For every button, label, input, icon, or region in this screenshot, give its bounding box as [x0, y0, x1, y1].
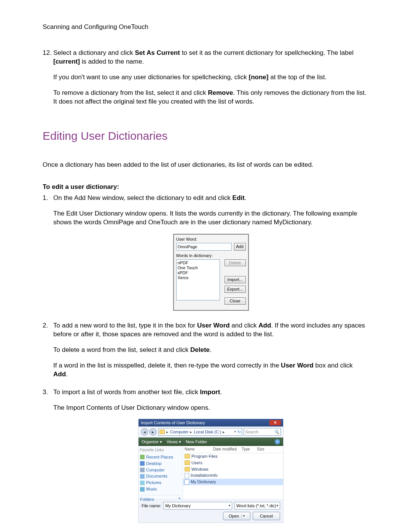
step12-p1: Select a dictionary and click Set As Cur… [53, 49, 368, 66]
section-intro: Once a dictionary has been added to the … [43, 161, 368, 169]
column-header[interactable]: Type [242, 447, 257, 452]
sidebar-item-pictures[interactable]: Pictures [140, 480, 181, 486]
chevron-down-icon[interactable]: ▾ [229, 504, 230, 508]
search-icon: 🔍 [274, 429, 279, 435]
column-header[interactable]: Size [257, 447, 270, 452]
folder-icon [185, 454, 190, 459]
desktop-icon [140, 461, 145, 466]
step1-p1: On the Add New window, select the dictio… [53, 194, 368, 203]
import-button[interactable]: Import... [225, 276, 246, 283]
close-icon[interactable]: ✕ [269, 420, 281, 425]
column-header[interactable]: Date modified [213, 447, 242, 452]
sidebar-item-desktop[interactable]: Desktop [140, 461, 181, 466]
word-item[interactable]: nPDF [178, 260, 218, 265]
favorite-links-header: Favorite Links [140, 447, 181, 453]
dialog-titlebar: Import Contents of User Dictionary ✕ [139, 419, 283, 427]
documents-icon [140, 474, 145, 479]
refresh-icon[interactable]: ↻ [237, 429, 241, 435]
to-edit-heading: To edit a user dictionary: [43, 183, 368, 192]
step-number-3: 3. [43, 388, 53, 531]
pictures-icon [140, 481, 145, 485]
user-word-label: User Word: [176, 236, 246, 242]
music-icon [140, 487, 145, 492]
step2-p3: If a word in the list is misspelled, del… [53, 361, 368, 379]
computer-icon [140, 468, 145, 472]
step3-p2: The Import Contents of User Dictionary w… [53, 404, 368, 412]
step12-p3: To remove a dictionary from the list, se… [53, 89, 368, 106]
chevron-down-icon[interactable]: ▾ [241, 514, 245, 518]
export-button[interactable]: Export... [225, 286, 246, 293]
breadcrumb[interactable]: Local Disk (C:) [194, 429, 221, 435]
file-row[interactable]: Users [183, 460, 283, 466]
file-icon [185, 479, 189, 485]
edit-user-dictionary-dialog: User Word: Add Words in dictionary: nPDF… [173, 234, 249, 311]
search-input[interactable]: Search 🔍 [244, 428, 281, 436]
file-row[interactable]: InstallationInfo [183, 472, 283, 479]
step3-p1: To import a list of words from another t… [53, 388, 368, 397]
folder-icon [185, 467, 190, 471]
add-button[interactable]: Add [234, 243, 246, 251]
filename-label: File name: [142, 503, 161, 509]
file-list[interactable]: Name Date modified Type Size Program Fil… [183, 446, 283, 499]
file-row[interactable]: Program Files [183, 453, 283, 460]
section-title: Editing User Dictionaries [43, 128, 368, 144]
sidebar-item-documents[interactable]: Documents [140, 473, 181, 479]
step-number-2: 2. [43, 321, 53, 386]
recent-places-icon [140, 455, 145, 459]
close-button[interactable]: Close [225, 297, 246, 305]
chevron-down-icon: ▾ [277, 504, 278, 508]
views-menu[interactable]: Views ▾ [167, 439, 181, 445]
folder-icon [159, 430, 165, 434]
chevron-down-icon[interactable]: ▾ [234, 430, 237, 434]
step-number-1: 1. [43, 194, 53, 319]
forward-button[interactable]: ► [149, 428, 157, 436]
import-contents-dialog: Import Contents of User Dictionary ✕ ◄ ►… [138, 419, 284, 523]
search-placeholder: Search [245, 429, 258, 435]
help-icon[interactable]: ? [275, 439, 280, 444]
words-in-dictionary-label: Words in dictionary: [176, 253, 246, 259]
word-item[interactable]: Xerox [178, 275, 218, 280]
word-item[interactable]: One Touch [178, 265, 218, 270]
open-button[interactable]: Open▾ [223, 512, 250, 520]
words-list[interactable]: nPDF One Touch sPDF Xerox [176, 259, 220, 300]
step1-p2: The Edit User Dictionary window opens. I… [53, 209, 368, 227]
user-word-input[interactable] [176, 243, 232, 251]
breadcrumb[interactable]: Computer [170, 429, 188, 435]
filename-input[interactable]: My Dictionary ▾ [163, 502, 232, 510]
cancel-button[interactable]: Cancel [253, 512, 280, 520]
sidebar-item-music[interactable]: Music [140, 486, 181, 492]
step12-p2: If you don't want to use any user dictio… [53, 73, 368, 82]
sidebar-item-recent-places[interactable]: Recent Places [140, 454, 181, 460]
word-item[interactable]: sPDF [178, 270, 218, 275]
step2-p1: To add a new word to the list, type it i… [53, 321, 368, 339]
delete-button[interactable]: Delete [225, 259, 246, 267]
file-row-selected[interactable]: My Dictionary [183, 479, 283, 485]
sidebar-item-computer[interactable]: Computer [140, 467, 181, 473]
file-row[interactable]: Windows [183, 466, 283, 473]
location-bar[interactable]: ▸ Computer ▸ Local Disk (C:) ▸ ▾ ↻ [158, 428, 242, 436]
folders-toggle[interactable]: Folders ⌃ [140, 495, 181, 502]
dialog-title: Import Contents of User Dictionary [141, 420, 205, 426]
file-icon [185, 473, 189, 478]
folder-icon [185, 460, 190, 465]
column-header[interactable]: Name [185, 447, 213, 452]
file-type-filter[interactable]: Word lists (*.txt, *.dic) ▾ [234, 502, 280, 510]
step2-p2: To delete a word from the list, select i… [53, 346, 368, 355]
chevron-up-icon: ⌃ [178, 497, 181, 502]
new-folder-button[interactable]: New Folder [186, 439, 207, 445]
back-button[interactable]: ◄ [141, 428, 148, 436]
chapter-heading: Scanning and Configuring OneTouch [43, 23, 368, 32]
organize-menu[interactable]: Organize ▾ [142, 439, 162, 445]
step-number-12: 12. [43, 49, 53, 113]
